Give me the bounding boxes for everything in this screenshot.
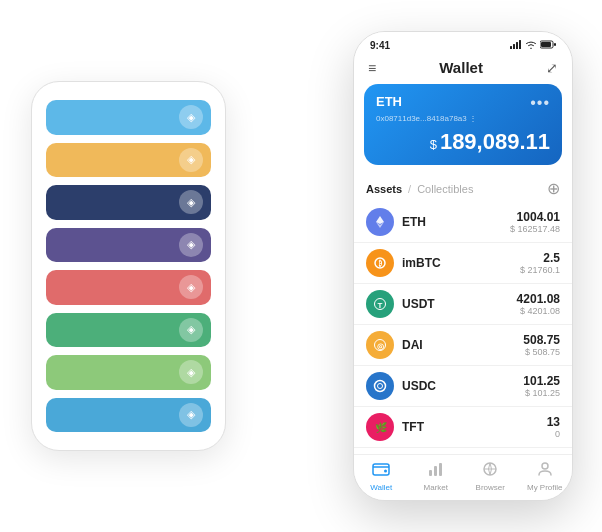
eth-asset-amount: 1004.01: [510, 210, 560, 224]
svg-point-16: [378, 384, 383, 389]
bg-phone: ◈ ◈ ◈ ◈ ◈ ◈ ◈ ◈: [31, 81, 226, 451]
tab-collectibles[interactable]: Collectibles: [417, 183, 473, 195]
usdt-asset-info: USDT: [402, 297, 517, 311]
card-icon-8: ◈: [179, 403, 203, 427]
svg-rect-18: [373, 464, 389, 475]
svg-rect-0: [510, 46, 512, 49]
card-icon-6: ◈: [179, 318, 203, 342]
asset-row-tft[interactable]: 🌿 TFT 13 0: [354, 407, 572, 448]
browser-nav-icon: [481, 461, 499, 481]
eth-card[interactable]: ETH ••• 0x08711d3e...8418a78a3 ⋮ $189,08…: [364, 84, 562, 165]
dai-asset-icon: ◎: [366, 331, 394, 359]
usdc-asset-values: 101.25 $ 101.25: [523, 374, 560, 398]
svg-rect-6: [554, 43, 556, 46]
card-bar-3: ◈: [46, 185, 211, 220]
phone-content: ETH ••• 0x08711d3e...8418a78a3 ⋮ $189,08…: [354, 84, 572, 454]
status-icons: [510, 40, 556, 51]
expand-button[interactable]: ⤢: [546, 60, 558, 76]
svg-rect-22: [439, 463, 442, 476]
add-asset-button[interactable]: ⊕: [547, 179, 560, 198]
profile-nav-label: My Profile: [527, 483, 563, 492]
usdt-asset-name: USDT: [402, 297, 517, 311]
tft-asset-values: 13 0: [547, 415, 560, 439]
card-bar-5: ◈: [46, 270, 211, 305]
asset-list: ETH 1004.01 $ 162517.48 ₿ imBTC: [354, 202, 572, 454]
assets-tabs: Assets / Collectibles: [366, 183, 473, 195]
phone-header: ≡ Wallet ⤢: [354, 55, 572, 84]
assets-header: Assets / Collectibles ⊕: [354, 173, 572, 202]
svg-rect-3: [519, 40, 521, 49]
svg-text:T: T: [378, 301, 383, 310]
page-title: Wallet: [439, 59, 483, 76]
svg-point-24: [542, 463, 548, 469]
eth-label: ETH: [376, 94, 402, 109]
nav-market[interactable]: Market: [409, 461, 464, 492]
status-time: 9:41: [370, 40, 390, 51]
imbtc-asset-amount: 2.5: [520, 251, 560, 265]
svg-rect-5: [541, 42, 551, 47]
tft-asset-name: TFT: [402, 420, 547, 434]
usdc-asset-info: USDC: [402, 379, 523, 393]
card-icon-4: ◈: [179, 233, 203, 257]
usdt-asset-values: 4201.08 $ 4201.08: [517, 292, 560, 316]
asset-row-dai[interactable]: ◎ DAI 508.75 $ 508.75: [354, 325, 572, 366]
asset-row-eth[interactable]: ETH 1004.01 $ 162517.48: [354, 202, 572, 243]
nav-profile[interactable]: My Profile: [518, 461, 573, 492]
svg-text:◎: ◎: [377, 342, 384, 351]
tft-asset-icon: 🌿: [366, 413, 394, 441]
card-bar-8: ◈: [46, 398, 211, 433]
tab-assets[interactable]: Assets: [366, 183, 402, 195]
svg-rect-20: [429, 470, 432, 476]
svg-rect-19: [384, 470, 387, 473]
wifi-icon: [525, 40, 537, 51]
nav-browser[interactable]: Browser: [463, 461, 518, 492]
svg-point-15: [375, 381, 386, 392]
currency-symbol: $: [430, 137, 437, 152]
imbtc-asset-info: imBTC: [402, 256, 520, 270]
tft-asset-amount: 13: [547, 415, 560, 429]
usdt-asset-icon: T: [366, 290, 394, 318]
profile-nav-icon: [536, 461, 554, 481]
market-nav-icon: [427, 461, 445, 481]
market-nav-label: Market: [424, 483, 448, 492]
battery-icon: [540, 40, 556, 51]
svg-text:🌿: 🌿: [375, 421, 387, 434]
asset-row-usdc[interactable]: USDC 101.25 $ 101.25: [354, 366, 572, 407]
svg-rect-1: [513, 44, 515, 49]
eth-asset-info: ETH: [402, 215, 510, 229]
eth-options-button[interactable]: •••: [530, 94, 550, 112]
eth-asset-usd: $ 162517.48: [510, 224, 560, 234]
eth-address: 0x08711d3e...8418a78a3 ⋮: [376, 114, 550, 123]
wallet-nav-label: Wallet: [370, 483, 392, 492]
usdt-asset-usd: $ 4201.08: [517, 306, 560, 316]
scene: ◈ ◈ ◈ ◈ ◈ ◈ ◈ ◈ 9:41: [11, 11, 591, 521]
card-bar-7: ◈: [46, 355, 211, 390]
fg-phone: 9:41: [353, 31, 573, 501]
eth-asset-icon: [366, 208, 394, 236]
svg-marker-7: [376, 216, 384, 224]
svg-rect-21: [434, 466, 437, 476]
card-bar-4: ◈: [46, 228, 211, 263]
dai-asset-name: DAI: [402, 338, 523, 352]
usdc-asset-amount: 101.25: [523, 374, 560, 388]
usdc-asset-name: USDC: [402, 379, 523, 393]
tft-asset-info: TFT: [402, 420, 547, 434]
eth-asset-name: ETH: [402, 215, 510, 229]
card-icon-3: ◈: [179, 190, 203, 214]
svg-rect-2: [516, 42, 518, 49]
card-icon-7: ◈: [179, 360, 203, 384]
nav-wallet[interactable]: Wallet: [354, 461, 409, 492]
imbtc-asset-values: 2.5 $ 21760.1: [520, 251, 560, 275]
asset-row-usdt[interactable]: T USDT 4201.08 $ 4201.08: [354, 284, 572, 325]
card-bar-2: ◈: [46, 143, 211, 178]
card-icon-5: ◈: [179, 275, 203, 299]
eth-balance: $189,089.11: [376, 129, 550, 155]
tab-divider: /: [408, 183, 411, 195]
bottom-nav: Wallet Market Browser My Profile: [354, 454, 572, 500]
menu-button[interactable]: ≡: [368, 60, 376, 76]
dai-asset-usd: $ 508.75: [523, 347, 560, 357]
eth-card-top: ETH •••: [376, 94, 550, 112]
svg-text:₿: ₿: [378, 259, 382, 267]
tft-asset-usd: 0: [547, 429, 560, 439]
asset-row-imbtc[interactable]: ₿ imBTC 2.5 $ 21760.1: [354, 243, 572, 284]
